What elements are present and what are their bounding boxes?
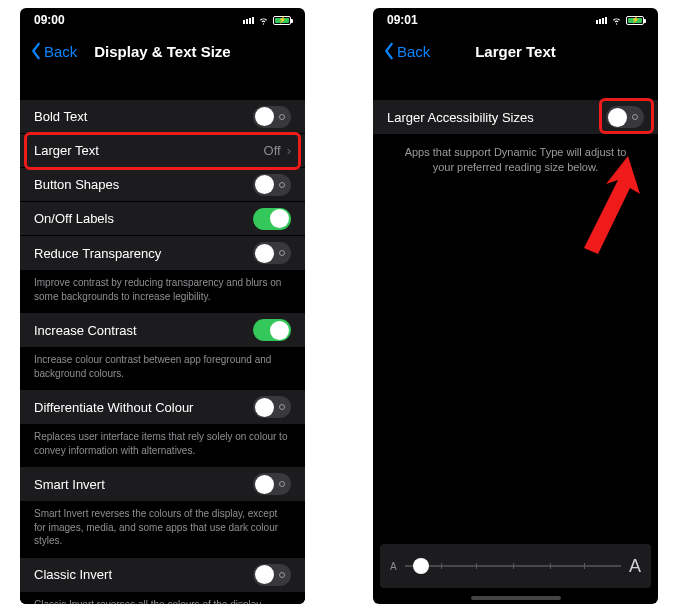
phone-display-text-size: 09:00 ⚡ Back Display & Text Size Bold Te… [20, 8, 305, 604]
letter-small: A [390, 561, 397, 572]
back-button[interactable]: Back [30, 42, 77, 60]
row-diff-without-colour[interactable]: Differentiate Without Colour [20, 390, 305, 424]
footer-classic-invert: Classic Invert reverses all the colours … [20, 593, 305, 605]
toggle-increase-contrast[interactable] [253, 319, 291, 341]
settings-group-3: Differentiate Without Colour [20, 390, 305, 424]
row-bold-text[interactable]: Bold Text [20, 100, 305, 134]
back-button[interactable]: Back [383, 42, 430, 60]
toggle-diff-without-colour[interactable] [253, 396, 291, 418]
settings-group-2: Increase Contrast [20, 313, 305, 347]
row-increase-contrast[interactable]: Increase Contrast [20, 313, 305, 347]
toggle-button-shapes[interactable] [253, 174, 291, 196]
back-label: Back [397, 43, 430, 60]
phone-larger-text: 09:01 ⚡ Back Larger Text Larger Accessib… [373, 8, 658, 604]
label: Reduce Transparency [34, 246, 161, 261]
battery-icon: ⚡ [626, 16, 644, 25]
status-time: 09:01 [387, 13, 418, 27]
cellular-icon [243, 17, 254, 24]
back-label: Back [44, 43, 77, 60]
toggle-classic-invert[interactable] [253, 564, 291, 586]
slider-track[interactable] [405, 565, 621, 567]
chevron-right-icon: › [287, 143, 291, 158]
label: Larger Accessibility Sizes [387, 110, 534, 125]
chevron-left-icon [383, 42, 395, 60]
chevron-left-icon [30, 42, 42, 60]
label: Differentiate Without Colour [34, 400, 193, 415]
settings-group-4: Smart Invert [20, 467, 305, 501]
label: Bold Text [34, 109, 87, 124]
status-indicators: ⚡ [596, 15, 644, 26]
toggle-onoff-labels[interactable] [253, 208, 291, 230]
label: Smart Invert [34, 477, 105, 492]
spacer [373, 74, 658, 100]
row-classic-invert[interactable]: Classic Invert [20, 558, 305, 592]
home-indicator [471, 596, 561, 600]
letter-large: A [629, 556, 641, 577]
nav-header: Back Display & Text Size [20, 28, 305, 74]
value: Off [264, 143, 281, 158]
footer-smart-invert: Smart Invert reverses the colours of the… [20, 502, 305, 558]
footer-transparency: Improve contrast by reducing transparenc… [20, 271, 305, 313]
text-size-slider[interactable]: A A [380, 544, 651, 588]
wifi-icon [611, 15, 622, 26]
row-smart-invert[interactable]: Smart Invert [20, 467, 305, 501]
settings-group-5: Classic Invert [20, 558, 305, 592]
label: Button Shapes [34, 177, 119, 192]
row-larger-accessibility-sizes[interactable]: Larger Accessibility Sizes [373, 100, 658, 134]
footer-contrast: Increase colour contrast between app for… [20, 348, 305, 390]
settings-group-1: Bold Text Larger Text Off › Button Shape… [20, 100, 305, 270]
battery-icon: ⚡ [273, 16, 291, 25]
status-indicators: ⚡ [243, 15, 291, 26]
status-bar: 09:01 ⚡ [373, 8, 658, 28]
cellular-icon [596, 17, 607, 24]
nav-header: Back Larger Text [373, 28, 658, 74]
row-onoff-labels[interactable]: On/Off Labels [20, 202, 305, 236]
status-bar: 09:00 ⚡ [20, 8, 305, 28]
footer-diff-colour: Replaces user interface items that rely … [20, 425, 305, 467]
spacer [20, 74, 305, 100]
row-reduce-transparency[interactable]: Reduce Transparency [20, 236, 305, 270]
settings-group: Larger Accessibility Sizes [373, 100, 658, 134]
row-larger-text[interactable]: Larger Text Off › [20, 134, 305, 168]
label: Classic Invert [34, 567, 112, 582]
toggle-smart-invert[interactable] [253, 473, 291, 495]
toggle-reduce-transparency[interactable] [253, 242, 291, 264]
label: Increase Contrast [34, 323, 137, 338]
label: Larger Text [34, 143, 99, 158]
dynamic-type-description: Apps that support Dynamic Type will adju… [373, 135, 658, 176]
row-button-shapes[interactable]: Button Shapes [20, 168, 305, 202]
toggle-larger-accessibility-sizes[interactable] [606, 106, 644, 128]
slider-thumb[interactable] [413, 558, 429, 574]
status-time: 09:00 [34, 13, 65, 27]
toggle-bold-text[interactable] [253, 106, 291, 128]
label: On/Off Labels [34, 211, 114, 226]
wifi-icon [258, 15, 269, 26]
